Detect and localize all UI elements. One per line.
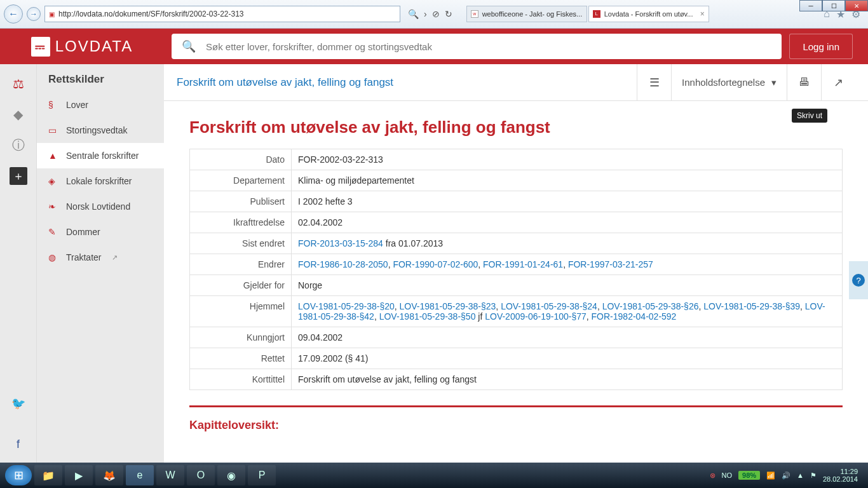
- back-button[interactable]: ←: [4, 4, 23, 24]
- meta-link[interactable]: LOV-1981-05-29-38-§39: [703, 301, 800, 311]
- sidebar-item-icon: ✎: [48, 227, 58, 237]
- language-indicator[interactable]: NO: [722, 471, 733, 479]
- taskbar-media-icon[interactable]: ▶: [65, 465, 93, 485]
- clock[interactable]: 11:29 28.02.2014: [823, 468, 858, 483]
- browser-tab[interactable]: w webofficeone - Jakt- og Fiskes...: [466, 6, 587, 22]
- sidebar-item[interactable]: ▲Sentrale forskrifter: [37, 143, 164, 168]
- taskbar: ⊞ 📁 ▶ 🦊 e W O ◉ P ⊗ NO 98% 📶 🔊 ▲ ⚑ 11:29…: [0, 463, 868, 488]
- meta-value: 17.09.2002 (§ 41): [292, 348, 843, 369]
- sidebar-item[interactable]: ❧Norsk Lovtidend: [37, 194, 164, 219]
- sidebar: Rettskilder §Lover▭Stortingsvedtak▲Sentr…: [37, 64, 164, 463]
- info-icon[interactable]: ⓘ: [10, 137, 27, 153]
- stop-icon[interactable]: ⊘: [432, 9, 440, 19]
- system-tray: ⊗ NO 98% 📶 🔊 ▲ ⚑ 11:29 28.02.2014: [710, 468, 863, 483]
- sidebar-item-label: Norsk Lovtidend: [66, 201, 130, 212]
- meta-link[interactable]: FOR-1997-03-21-257: [568, 259, 653, 269]
- share-button[interactable]: ↗: [821, 64, 855, 101]
- sidebar-item[interactable]: ◈Lokale forskrifter: [37, 168, 164, 194]
- browser-tab[interactable]: L Lovdata - Forskrift om utøv... ×: [588, 6, 709, 22]
- sidebar-item[interactable]: ◍Traktater↗: [37, 245, 164, 270]
- meta-key: Sist endret: [190, 233, 292, 254]
- scales-icon[interactable]: ⚖: [10, 76, 27, 92]
- table-row: PublisertI 2002 hefte 3: [190, 191, 843, 212]
- address-bar[interactable]: ▣ http://lovdata.no/dokument/SF/forskrif…: [44, 6, 400, 22]
- tab-label: Lovdata - Forskrift om utøv...: [604, 10, 693, 18]
- taskbar-powerpoint-icon[interactable]: P: [248, 465, 276, 485]
- tray-expand-icon[interactable]: ▲: [797, 471, 804, 479]
- tab-favicon-icon: L: [593, 10, 600, 18]
- window-close[interactable]: ✕: [845, 0, 868, 11]
- question-icon: ?: [852, 274, 865, 287]
- add-button[interactable]: ＋: [10, 167, 27, 185]
- meta-key: Dato: [190, 149, 292, 170]
- sidebar-item-label: Traktater: [66, 252, 102, 262]
- meta-link[interactable]: FOR-2013-03-15-284: [298, 238, 383, 248]
- meta-link[interactable]: LOV-1981-05-29-38-§26: [602, 301, 699, 311]
- favicon-icon: ▣: [49, 11, 55, 18]
- network-icon[interactable]: 📶: [766, 471, 775, 480]
- meta-link[interactable]: LOV-1981-05-29-38-§20: [298, 301, 395, 311]
- logo-mark-icon: ⎓: [31, 37, 50, 57]
- address-controls: 🔍 › ⊘ ↻: [408, 9, 452, 19]
- taskbar-outlook-icon[interactable]: O: [187, 465, 215, 485]
- table-row: DatoFOR-2002-03-22-313: [190, 149, 843, 170]
- meta-link[interactable]: FOR-1990-07-02-600: [393, 259, 478, 269]
- meta-key: Ikrafttredelse: [190, 212, 292, 233]
- search-input[interactable]: [206, 41, 771, 52]
- login-button[interactable]: Logg inn: [789, 34, 853, 59]
- sidebar-item[interactable]: §Lover: [37, 92, 164, 118]
- meta-link[interactable]: FOR-1982-04-02-592: [592, 311, 677, 322]
- table-row: EndrerFOR-1986-10-28-2050, FOR-1990-07-0…: [190, 254, 843, 275]
- meta-link[interactable]: LOV-1981-05-29-38-§50: [379, 311, 476, 322]
- document-toolbar: Forskrift om utøvelse av jakt, felling o…: [164, 64, 868, 101]
- meta-key: Endrer: [190, 254, 292, 275]
- sidebar-item-icon: ❧: [48, 201, 58, 212]
- print-button[interactable]: 🖶: [787, 64, 821, 101]
- search-box[interactable]: 🔍: [172, 34, 782, 59]
- list-view-icon[interactable]: ☰: [637, 64, 671, 101]
- meta-key: Korttittel: [190, 369, 292, 390]
- tray-app-icon[interactable]: ⊗: [710, 471, 715, 480]
- twitter-icon[interactable]: 🐦: [10, 395, 27, 412]
- stack-icon[interactable]: ◆: [10, 106, 27, 123]
- meta-link[interactable]: LOV-2009-06-19-100-§77: [485, 311, 587, 322]
- toc-dropdown[interactable]: Innholdsfortegnelse ▾: [671, 64, 787, 101]
- volume-icon[interactable]: 🔊: [782, 471, 790, 480]
- external-link-icon: ↗: [112, 254, 118, 262]
- window-maximize[interactable]: ☐: [822, 0, 845, 11]
- start-button[interactable]: ⊞: [5, 465, 32, 485]
- browser-tabs: w webofficeone - Jakt- og Fiskes... L Lo…: [466, 6, 709, 22]
- help-badge[interactable]: ?: [849, 261, 868, 299]
- meta-link[interactable]: LOV-1981-05-29-38-§24: [501, 301, 597, 311]
- toc-label: Innholdsfortegnelse: [682, 77, 765, 88]
- chevron-down-icon: ▾: [771, 77, 776, 88]
- window-minimize[interactable]: ─: [799, 0, 822, 11]
- meta-link[interactable]: FOR-1991-01-24-61: [483, 259, 563, 269]
- taskbar-firefox-icon[interactable]: 🦊: [95, 465, 123, 485]
- breadcrumb[interactable]: Forskrift om utøvelse av jakt, felling o…: [177, 76, 637, 89]
- table-row: Ikrafttredelse02.04.2002: [190, 212, 843, 233]
- sidebar-item-icon: ▭: [48, 125, 58, 135]
- sidebar-item-label: Stortingsvedtak: [66, 125, 128, 135]
- search-icon[interactable]: 🔍: [408, 9, 419, 19]
- site-logo[interactable]: ⎓ LOVDATA: [0, 29, 164, 64]
- forward-button[interactable]: →: [27, 7, 41, 21]
- sidebar-item[interactable]: ▭Stortingsvedtak: [37, 118, 164, 143]
- facebook-icon[interactable]: f: [10, 436, 27, 452]
- taskbar-ie-icon[interactable]: e: [126, 465, 154, 485]
- sidebar-item-label: Lokale forskrifter: [66, 176, 132, 186]
- meta-link[interactable]: FOR-1986-10-28-2050: [298, 259, 388, 269]
- meta-value: I 2002 hefte 3: [292, 191, 843, 212]
- meta-link[interactable]: LOV-1981-05-29-38-§23: [400, 301, 496, 311]
- taskbar-word-icon[interactable]: W: [156, 465, 184, 485]
- flag-icon[interactable]: ⚑: [810, 471, 817, 480]
- battery-indicator[interactable]: 98%: [738, 471, 760, 480]
- taskbar-explorer-icon[interactable]: 📁: [34, 465, 62, 485]
- reload-icon[interactable]: ↻: [445, 9, 452, 19]
- meta-key: Departement: [190, 170, 292, 191]
- tab-close-icon[interactable]: ×: [700, 10, 705, 18]
- taskbar-chrome-icon[interactable]: ◉: [217, 465, 245, 485]
- sidebar-item[interactable]: ✎Dommer: [37, 219, 164, 245]
- table-row: Rettet17.09.2002 (§ 41): [190, 348, 843, 369]
- sidebar-item-icon: ◍: [48, 252, 58, 262]
